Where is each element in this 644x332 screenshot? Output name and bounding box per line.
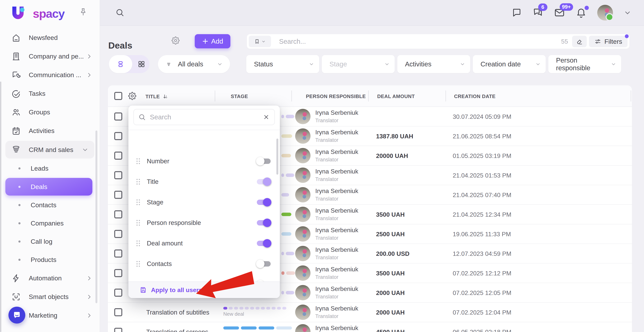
- sidebar-item-activities[interactable]: Activities: [0, 121, 100, 140]
- person-name[interactable]: Iryna Serbeniuk: [315, 285, 358, 292]
- filter-chip-status[interactable]: Status: [246, 55, 319, 73]
- person-avatar[interactable]: [295, 246, 310, 261]
- sidebar-item-newsfeed[interactable]: Newsfeed: [0, 28, 100, 47]
- sidebar-item-contacts[interactable]: Contacts: [0, 196, 100, 214]
- deals-scope-dropdown[interactable]: All deals: [158, 55, 230, 73]
- row-checkbox[interactable]: [114, 289, 122, 297]
- user-avatar[interactable]: [597, 5, 613, 21]
- deal-title[interactable]: Translation of screens...: [146, 328, 214, 332]
- deals-search-input[interactable]: [279, 37, 561, 46]
- apply-to-all-users-button[interactable]: Apply to all users: [140, 286, 202, 294]
- person-avatar[interactable]: [295, 168, 310, 183]
- sidebar-item-communication[interactable]: Communication ...: [0, 66, 100, 84]
- person-name[interactable]: Iryna Serbeniuk: [315, 246, 358, 253]
- row-checkbox[interactable]: [114, 191, 122, 199]
- row-checkbox[interactable]: [114, 132, 122, 140]
- row-checkbox[interactable]: [114, 269, 122, 277]
- toggle-title[interactable]: [257, 179, 271, 185]
- comments-button[interactable]: [511, 8, 522, 18]
- column-header-stage[interactable]: STAGE: [231, 93, 248, 99]
- popup-search-input[interactable]: [150, 113, 261, 121]
- drag-handle-icon[interactable]: [136, 199, 140, 205]
- close-icon[interactable]: [263, 114, 270, 120]
- row-checkbox[interactable]: [114, 171, 122, 179]
- drag-handle-icon[interactable]: [136, 158, 140, 164]
- saved-filters-button[interactable]: [249, 36, 271, 47]
- page-scrollbar[interactable]: [0, 82, 1, 332]
- person-name[interactable]: Iryna Serbeniuk: [315, 148, 358, 155]
- person-name[interactable]: Iryna Serbeniuk: [315, 227, 358, 234]
- row-checkbox[interactable]: [114, 328, 122, 332]
- list-view-button[interactable]: [109, 55, 132, 73]
- sidebar-item-smart-objects[interactable]: Smart objects: [0, 287, 100, 306]
- sidebar-scrollbar[interactable]: [96, 130, 97, 303]
- person-avatar[interactable]: [295, 109, 310, 124]
- chat-launcher-button[interactable]: [8, 307, 25, 323]
- toggle-number[interactable]: [257, 158, 271, 164]
- row-checkbox[interactable]: [114, 249, 122, 258]
- sidebar-item-deals[interactable]: Deals: [5, 178, 92, 196]
- notifications-button[interactable]: [576, 7, 586, 18]
- deal-title[interactable]: Translation of subtitles: [146, 309, 209, 316]
- row-checkbox[interactable]: [114, 230, 122, 238]
- person-name[interactable]: Iryna Serbeniuk: [315, 266, 358, 273]
- kanban-view-button[interactable]: [137, 60, 146, 68]
- row-checkbox[interactable]: [114, 152, 122, 160]
- person-name[interactable]: Iryna Serbeniuk: [315, 129, 358, 136]
- filter-chip-stage[interactable]: Stage: [322, 55, 395, 73]
- column-header-person-responsible[interactable]: PERSON RESPONSIBLE: [306, 93, 366, 99]
- person-avatar[interactable]: [295, 265, 310, 281]
- drag-handle-icon[interactable]: [136, 240, 140, 246]
- profile-menu-chevron[interactable]: [624, 9, 631, 17]
- person-avatar[interactable]: [295, 304, 310, 320]
- column-header-creation-date[interactable]: CREATION DATE: [454, 93, 496, 99]
- person-name[interactable]: Iryna Serbeniuk: [315, 168, 358, 175]
- person-name[interactable]: Iryna Serbeniuk: [315, 109, 358, 116]
- person-name[interactable]: Iryna Serbeniuk: [315, 305, 358, 312]
- person-avatar[interactable]: [295, 187, 310, 203]
- person-avatar[interactable]: [295, 128, 310, 144]
- person-name[interactable]: Iryna Serbeniuk: [315, 188, 358, 195]
- sidebar-item-call-log[interactable]: Call log: [0, 232, 100, 251]
- filter-chip-person-responsible[interactable]: Person responsible: [548, 55, 621, 73]
- toggle-person-responsible[interactable]: [257, 220, 271, 226]
- person-avatar[interactable]: [295, 207, 310, 222]
- table-row[interactable]: Translation of screens...In progressIryn…: [108, 322, 632, 332]
- column-settings-gear-icon[interactable]: [128, 92, 137, 100]
- messenger-button[interactable]: 6: [532, 7, 543, 18]
- clear-search-button[interactable]: [572, 36, 587, 47]
- uspacy-logo[interactable]: spacy: [11, 5, 64, 22]
- toggle-stage[interactable]: [257, 200, 271, 205]
- person-avatar[interactable]: [295, 324, 310, 332]
- table-row[interactable]: Translation of subtitlesNew dealIryna Se…: [108, 303, 632, 322]
- column-header-title[interactable]: TITLE: [146, 93, 169, 100]
- row-checkbox[interactable]: [114, 210, 122, 218]
- add-deal-button[interactable]: Add: [195, 34, 230, 48]
- row-checkbox[interactable]: [114, 112, 122, 120]
- sidebar-item-products[interactable]: Products: [0, 251, 100, 269]
- drag-handle-icon[interactable]: [136, 220, 140, 226]
- column-header-deal-amount[interactable]: DEAL AMOUNT: [377, 93, 415, 99]
- person-name[interactable]: Iryna Serbeniuk: [315, 207, 358, 214]
- sidebar-item-tasks[interactable]: Tasks: [0, 84, 100, 103]
- drag-handle-icon[interactable]: [136, 179, 140, 185]
- person-name[interactable]: Iryna Serbeniuk: [315, 324, 358, 331]
- toggle-contacts[interactable]: [257, 261, 271, 267]
- drag-handle-icon[interactable]: [136, 261, 140, 267]
- mail-button[interactable]: 99+: [554, 7, 565, 18]
- sidebar-item-companies[interactable]: Companies: [0, 214, 100, 232]
- select-all-checkbox[interactable]: [114, 92, 122, 100]
- person-avatar[interactable]: [295, 226, 310, 242]
- row-checkbox[interactable]: [114, 308, 122, 316]
- filters-button[interactable]: Filters: [589, 36, 628, 47]
- pin-sidebar-icon[interactable]: [79, 8, 88, 16]
- sidebar-item-company-and-pe[interactable]: Company and pe...: [0, 47, 100, 66]
- global-search-icon[interactable]: [116, 8, 124, 17]
- filter-chip-activities[interactable]: Activities: [397, 55, 470, 73]
- person-avatar[interactable]: [295, 148, 310, 163]
- toggle-deal-amount[interactable]: [257, 241, 271, 246]
- person-avatar[interactable]: [295, 285, 310, 300]
- deals-settings-gear-icon[interactable]: [171, 36, 180, 45]
- sidebar-item-crm-and-sales[interactable]: CRM and sales: [5, 141, 94, 158]
- sidebar-item-leads[interactable]: Leads: [0, 159, 100, 178]
